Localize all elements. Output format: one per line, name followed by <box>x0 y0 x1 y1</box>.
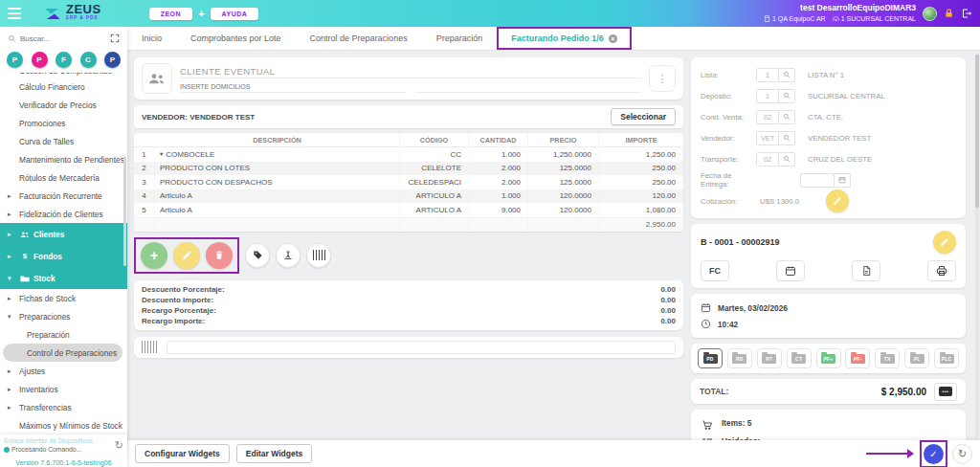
client-extra-field[interactable] <box>415 81 641 93</box>
adjustment-value: 0.00 <box>660 305 676 316</box>
document-type-button[interactable]: RT <box>757 348 782 368</box>
sidebar-menu-item[interactable]: ▾ Stock <box>0 267 127 289</box>
document-button[interactable] <box>852 260 880 281</box>
sidebar-menu-item[interactable]: Control de Preparaciones <box>3 344 122 362</box>
add-item-button[interactable]: + <box>141 242 167 269</box>
sidebar-menu-item[interactable]: ▸ Facturación Recurrente <box>0 187 127 205</box>
tab[interactable]: Inicio <box>127 27 176 50</box>
ayuda-button[interactable]: AYUDA <box>211 8 259 20</box>
document-type-button[interactable]: RD <box>727 348 752 368</box>
document-type-button[interactable]: PF+ <box>816 348 841 368</box>
adjustment-label: Descuento Porcentaje: <box>142 284 225 295</box>
client-options-kebab-icon[interactable]: ⋮ <box>649 65 676 92</box>
document-type-button[interactable]: TX <box>875 348 900 368</box>
edit-item-button[interactable] <box>173 242 200 269</box>
sidebar-menu-item[interactable]: Preparación <box>0 325 127 344</box>
sidebar-menu-item[interactable]: ▸ Transferencias <box>0 398 127 416</box>
table-row[interactable]: 2 PRODUCTO CON LOTES CELELOTE 2.000 125.… <box>134 162 683 176</box>
sidebar-menu-item[interactable]: Mantenimiento de Pendientes <box>0 150 127 168</box>
user-avatar[interactable] <box>923 7 937 21</box>
sidebar-menu-item[interactable]: ▸ Clientes <box>0 223 127 245</box>
main-scrollbar[interactable] <box>975 53 979 438</box>
lookup-button[interactable] <box>779 152 795 167</box>
lock-icon[interactable] <box>944 8 954 19</box>
param-label: Lista: <box>701 71 756 79</box>
favorite-shortcut[interactable]: F <box>56 52 72 68</box>
sidebar-scrollbar[interactable] <box>123 156 126 266</box>
lookup-button[interactable] <box>779 131 795 145</box>
param-code-field[interactable]: 02 <box>756 110 779 124</box>
sidebar-menu-item[interactable]: Verificador de Precios <box>0 96 127 114</box>
sidebar-menu-item[interactable]: Rótulos de Mercadería <box>0 168 127 187</box>
fc-button[interactable]: FC <box>701 260 729 281</box>
expand-caret-icon[interactable]: ▾ <box>160 150 163 158</box>
favorite-shortcut[interactable]: P <box>32 52 48 68</box>
col-price: PRECIO <box>528 133 599 147</box>
fullscreen-icon[interactable] <box>110 33 120 43</box>
tab[interactable]: Facturando Pedido 1/6 × <box>497 27 632 50</box>
hamburger-menu-icon[interactable] <box>8 8 21 19</box>
branch-icon <box>833 15 839 22</box>
sidebar-menu-item[interactable]: Curva de Talles <box>0 132 127 150</box>
lookup-button[interactable] <box>779 110 795 124</box>
confirm-invoice-button[interactable]: ✓ <box>924 444 944 464</box>
document-type-button[interactable]: CT <box>787 348 812 368</box>
sidebar-menu-item[interactable]: ▸ Ajustes <box>0 362 127 380</box>
sidebar-menu-item[interactable]: ▾ Preparaciones <box>0 307 127 325</box>
pencil-icon <box>833 196 842 206</box>
calendar-picker-button[interactable] <box>835 173 851 188</box>
sidebar-menu-item[interactable]: Máximos y Mínimos de Stock <box>0 416 127 434</box>
refresh-icon[interactable]: ↻ <box>952 444 972 464</box>
edit-widgets-button[interactable]: Editar Widgets <box>236 444 312 463</box>
tab-close-icon[interactable]: × <box>609 34 617 43</box>
annotation-arrow <box>866 453 908 455</box>
delivery-date-field[interactable] <box>800 173 835 188</box>
barcode-input[interactable] <box>167 341 676 354</box>
lookup-button[interactable] <box>779 68 795 82</box>
payment-card-button[interactable]: ••• <box>934 383 957 401</box>
sidebar-menu-item[interactable]: ▸ Fichas de Stock <box>0 289 127 307</box>
client-name-field[interactable] <box>180 64 641 78</box>
header-plus-button[interactable]: + <box>198 8 204 19</box>
sidebar-menu-item[interactable]: ▸ Fidelización de Clientes <box>0 205 127 223</box>
document-type-button[interactable]: PD <box>698 348 723 368</box>
tab[interactable]: Control de Preparaciones <box>296 27 422 50</box>
edit-document-button[interactable] <box>933 231 956 254</box>
configure-widgets-button[interactable]: Configurar Widgets <box>135 444 230 463</box>
table-row[interactable]: 4 Articulo A ARTICULO A 1.000 120.0000 1… <box>134 189 683 204</box>
document-type-button[interactable]: PL <box>904 348 929 368</box>
favorite-shortcut[interactable]: P <box>104 52 121 68</box>
document-type-button[interactable]: PLC <box>934 348 959 368</box>
device-refresh-icon[interactable]: ↻ <box>115 439 123 452</box>
param-code-field[interactable]: 1 <box>756 89 779 103</box>
tab[interactable]: Preparación <box>422 27 498 50</box>
scale-button[interactable] <box>276 243 301 268</box>
param-code-field[interactable]: 02 <box>756 152 779 167</box>
print-button[interactable] <box>927 260 956 281</box>
calendar-button[interactable] <box>776 260 805 281</box>
tag-button[interactable] <box>245 243 270 268</box>
sidebar-menu-item[interactable]: Cálculo Financiero <box>0 78 127 96</box>
param-code-field[interactable]: 1 <box>756 68 779 82</box>
tab[interactable]: Comprobantes por Lote <box>176 27 296 50</box>
sidebar-menu-item[interactable]: ▸ Inventarios <box>0 380 127 398</box>
sidebar-menu-item[interactable]: ▸ $ Fondos <box>0 245 127 267</box>
tab-label: Preparación <box>436 33 483 43</box>
delete-item-button[interactable] <box>206 242 233 269</box>
favorite-shortcut[interactable]: P <box>7 52 23 68</box>
table-row[interactable]: 5 Articulo A ARTICULO A 9.000 120.0000 1… <box>134 203 683 217</box>
edit-quote-button[interactable] <box>826 189 849 212</box>
table-row[interactable]: 1 ▾ COMBOCELE CC 1.000 1,250.0000 1,250.… <box>134 147 683 162</box>
search-input[interactable] <box>20 34 106 43</box>
favorite-shortcut[interactable]: C <box>80 52 97 68</box>
table-row[interactable]: 3 PRODUCTO CON DESPACHOS CELEDESPACI 2.0… <box>134 175 683 189</box>
vendor-select-button[interactable]: Seleccionar <box>611 108 676 125</box>
client-address-field[interactable] <box>180 81 406 93</box>
document-type-button[interactable]: PF- <box>845 348 870 368</box>
logout-icon[interactable] <box>961 8 972 19</box>
sidebar-menu-item[interactable]: Promociones <box>0 114 127 132</box>
lookup-button[interactable] <box>779 89 795 103</box>
zeon-button[interactable]: ZEON <box>149 8 192 20</box>
param-code-field[interactable]: VET <box>756 131 779 145</box>
barcode-button[interactable] <box>306 243 331 268</box>
